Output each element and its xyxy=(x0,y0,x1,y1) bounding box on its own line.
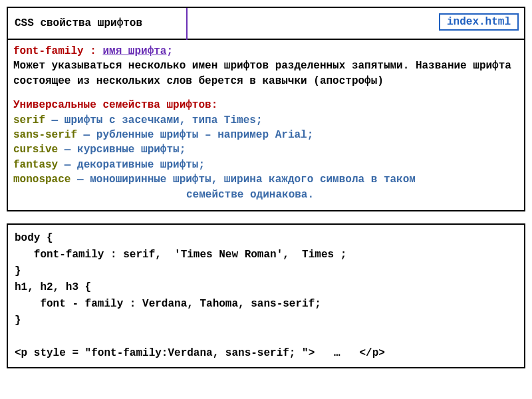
code-line: } xyxy=(15,315,21,327)
filename-badge: index.html xyxy=(439,13,519,31)
family-dash: — xyxy=(70,174,90,186)
page-title-box: CSS свойства шрифтов xyxy=(7,7,188,39)
family-name: cursive xyxy=(13,144,58,156)
syntax-property: font-family xyxy=(13,45,84,57)
code-box: body { font-family : serif, 'Times New R… xyxy=(7,223,525,368)
family-dash: — xyxy=(77,129,96,141)
filename-text: index.html xyxy=(447,16,511,28)
description-text: Может указываться несколько имен шрифтов… xyxy=(13,59,519,88)
code-line: body { xyxy=(15,232,53,244)
family-row: cursive — курсивные шрифты; xyxy=(13,142,519,157)
page-title: CSS свойства шрифтов xyxy=(15,17,142,29)
family-desc: шрифты с засечками, типа Times; xyxy=(65,114,263,126)
syntax-value: имя шрифта xyxy=(102,45,166,57)
family-row: sans-serif — рубленные шрифты – например… xyxy=(13,128,519,142)
family-row: serif — шрифты с засечками, типа Times; xyxy=(13,113,519,128)
code-line: <p style = "font-family:Verdana, sans-se… xyxy=(15,347,385,359)
code-line: } xyxy=(15,265,21,277)
code-line: font-family : serif, 'Times New Roman', … xyxy=(15,249,346,261)
syntax-line: font-family : имя шрифта; xyxy=(13,45,173,57)
family-desc: моноширинные шрифты, ширина каждого симв… xyxy=(90,174,416,186)
families-title: Универсальные семейства шрифтов: xyxy=(13,98,519,112)
syntax-semicolon: ; xyxy=(166,45,173,57)
family-name: sans-serif xyxy=(13,129,77,141)
family-dash: — xyxy=(58,159,77,171)
family-desc: курсивные шрифты; xyxy=(77,144,186,156)
vertical-divider xyxy=(186,8,188,40)
family-desc-continuation: семействе одинакова. xyxy=(13,188,519,202)
family-row: fantasy — декоративные шрифты; xyxy=(13,158,519,172)
explanation-box: font-family : имя шрифта; Может указыват… xyxy=(7,39,525,211)
family-desc: декоративные шрифты; xyxy=(77,159,205,171)
family-desc: рубленные шрифты – например Arial; xyxy=(96,129,313,141)
header-row: CSS свойства шрифтов index.html xyxy=(7,7,525,39)
family-name: serif xyxy=(13,114,45,126)
family-name: monospace xyxy=(13,174,70,186)
family-dash: — xyxy=(58,144,77,156)
code-line: h1, h2, h3 { xyxy=(15,281,91,293)
family-dash: — xyxy=(45,114,65,126)
code-line: font - family : Verdana, Tahoma, sans-se… xyxy=(15,298,321,310)
syntax-colon: : xyxy=(84,45,103,57)
family-row: monospace — моноширинные шрифты, ширина … xyxy=(13,172,519,187)
header-spacer: index.html xyxy=(188,7,525,39)
family-name: fantasy xyxy=(13,159,58,171)
